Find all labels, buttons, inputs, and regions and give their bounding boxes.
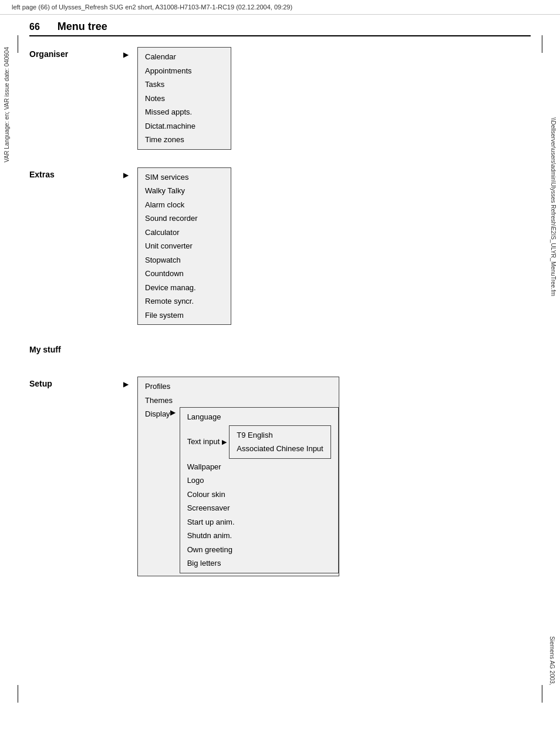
list-item: Calendar	[145, 50, 224, 64]
extras-row: Extras ▶ SIM services Walky Talky Alarm …	[29, 167, 531, 325]
setup-row: Setup ▶ Profiles Themes Display ▶ Langua…	[29, 377, 531, 576]
organiser-arrow: ▶	[123, 47, 137, 59]
list-item: File system	[145, 308, 224, 323]
mystuff-row: My stuff	[29, 343, 531, 354]
list-item: Remote syncr.	[145, 294, 224, 308]
list-item: Wallpaper	[187, 460, 331, 474]
list-item: Text input ▶ T9 English Associated Chine…	[187, 424, 331, 460]
display-row: Display ▶ Language Text input ▶ T9 Engli…	[145, 407, 339, 573]
category-setup: Setup	[29, 377, 123, 388]
list-item: Shutdn anim.	[187, 529, 331, 543]
page-header: 66 Menu tree	[29, 21, 531, 36]
page-number: 66	[29, 22, 40, 32]
top-bar: left page (66) of Ulysses_Refresh SUG en…	[0, 0, 560, 15]
textinput-submenu: T9 English Associated Chinese Input	[229, 425, 330, 459]
reg-mark-bottom-left	[18, 685, 18, 703]
list-item: Countdown	[145, 267, 224, 281]
list-item: Notes	[145, 92, 224, 106]
list-item: Appointments	[145, 64, 224, 78]
category-mystuff: My stuff	[29, 343, 123, 354]
display-arrow: ▶	[170, 407, 180, 417]
display-submenu: Language Text input ▶ T9 English Associa…	[180, 407, 339, 573]
list-item: T9 English	[237, 428, 323, 442]
setup-submenu: Profiles Themes Display ▶ Language Text …	[137, 377, 339, 576]
list-item: Missed appts.	[145, 105, 224, 119]
side-left-text: VAR Language: en; VAR issue date: 040604	[4, 47, 10, 162]
menu-tree: Organiser ▶ Calendar Appointments Tasks …	[29, 47, 531, 582]
list-item: Tasks	[145, 78, 224, 92]
list-item: Own greeting	[187, 543, 331, 557]
list-item: Stopwatch	[145, 253, 224, 267]
list-item: Time zones	[145, 133, 224, 147]
list-item: Themes	[145, 394, 339, 408]
organiser-submenu: Calendar Appointments Tasks Notes Missed…	[137, 47, 231, 150]
list-item: Unit converter	[145, 239, 224, 253]
page-title: Menu tree	[58, 21, 107, 33]
list-item: Screensaver	[187, 501, 331, 515]
list-item: Language	[187, 410, 331, 424]
list-item: Colour skin	[187, 488, 331, 502]
main-content: 66 Menu tree Organiser ▶ Calendar Appoin…	[18, 15, 542, 588]
side-right-bottom: Siemens AG 2003,	[549, 636, 555, 685]
textinput-arrow: ▶	[222, 437, 227, 447]
side-right-text: \\Dellserver\users\admin\Ulysses Refresh…	[550, 117, 556, 296]
category-extras: Extras	[29, 167, 123, 179]
list-item: Start up anim.	[187, 515, 331, 529]
category-organiser: Organiser	[29, 47, 123, 59]
list-item: Associated Chinese Input	[237, 442, 323, 456]
reg-mark-top-left	[18, 35, 18, 53]
top-bar-text: left page (66) of Ulysses_Refresh SUG en…	[12, 4, 292, 11]
reg-mark-bottom-right	[542, 685, 542, 703]
extras-submenu: SIM services Walky Talky Alarm clock Sou…	[137, 167, 231, 325]
list-item: Big letters	[187, 556, 331, 570]
list-item: Alarm clock	[145, 198, 224, 212]
list-item: Profiles	[145, 380, 339, 394]
list-item: Calculator	[145, 226, 224, 240]
list-item: Walky Talky	[145, 184, 224, 198]
setup-arrow: ▶	[123, 377, 137, 388]
extras-arrow: ▶	[123, 167, 137, 179]
reg-mark-top-right	[542, 35, 542, 53]
list-item: Logo	[187, 474, 331, 488]
list-item: SIM services	[145, 170, 224, 184]
organiser-row: Organiser ▶ Calendar Appointments Tasks …	[29, 47, 531, 150]
list-item: Dictat.machine	[145, 119, 224, 133]
list-item: Device manag.	[145, 281, 224, 295]
display-item: Display	[145, 407, 170, 421]
list-item: Sound recorder	[145, 211, 224, 226]
